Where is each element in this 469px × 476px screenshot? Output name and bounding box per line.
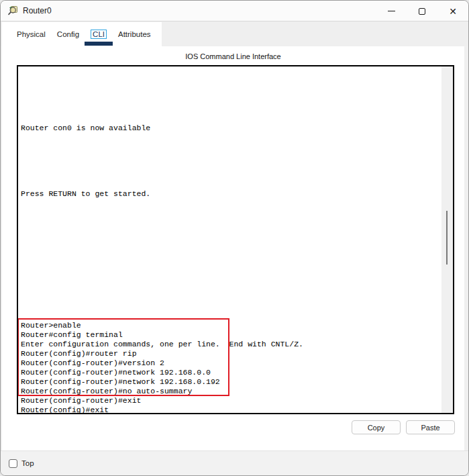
selected-tab-underline [85,42,113,46]
tab-cli-label: CLI [91,30,107,39]
terminal-scrollbar-thumb[interactable] [446,211,448,265]
close-icon: ✕ [449,7,457,16]
router-window: Router0 ✕ Physical Config CLI Attributes… [0,0,469,476]
titlebar: Router0 ✕ [1,1,468,21]
terminal-console[interactable]: Router con0 is now available Press RETUR… [17,65,454,414]
bottom-bar: Top [1,450,468,475]
minimize-icon [388,11,395,11]
terminal-output[interactable]: Router con0 is now available Press RETUR… [21,67,439,413]
tab-attributes[interactable]: Attributes [118,30,151,38]
tab-cli[interactable]: CLI [91,30,107,39]
paste-button[interactable]: Paste [406,420,455,434]
window-controls: ✕ [376,1,468,21]
minimize-button[interactable] [376,1,407,21]
top-checkbox[interactable] [9,459,17,468]
tabs-group: Physical Config CLI Attributes [2,22,162,46]
tab-bar: Physical Config CLI Attributes [1,22,468,46]
window-title: Router0 [23,6,52,15]
copy-button[interactable]: Copy [352,420,401,434]
terminal-scrollbar-track[interactable] [441,66,453,413]
packet-tracer-icon [7,5,18,16]
tab-config[interactable]: Config [57,30,79,38]
top-checkbox-label: Top [21,459,34,467]
maximize-icon [419,8,425,15]
cli-panel-header: IOS Command Line Interface [2,52,464,60]
maximize-button[interactable] [407,1,437,21]
tab-physical[interactable]: Physical [17,30,46,38]
close-button[interactable]: ✕ [437,1,468,21]
cli-tab-pane: IOS Command Line Interface Router con0 i… [2,46,464,450]
